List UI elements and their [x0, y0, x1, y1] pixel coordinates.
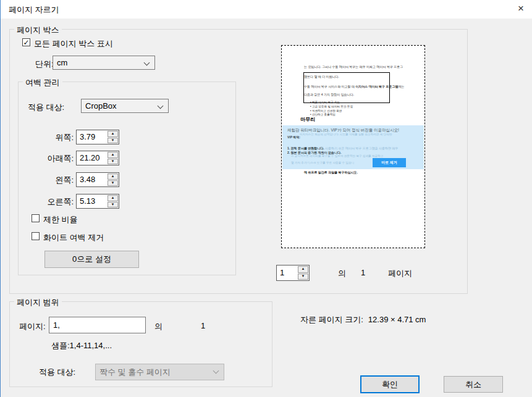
title-bar: 페이지 자르기 ×: [1, 0, 532, 19]
set-to-zero-button[interactable]: 0으로 설정: [44, 251, 139, 268]
right-margin-value[interactable]: 5.13: [77, 194, 107, 208]
left-margin-label: 왼쪽:: [19, 175, 74, 186]
preview-page-number[interactable]: 1: [277, 265, 297, 280]
right-margin-stepper[interactable]: 5.13 ▲ ▼: [76, 194, 119, 209]
spin-up-button[interactable]: ▲: [298, 266, 308, 273]
preview-bullet-item: 고급 암호화 및 데이터 보안 보장: [310, 105, 353, 108]
spin-up-button[interactable]: ▲: [108, 173, 118, 180]
check-icon: ✓: [23, 38, 29, 47]
dialog-title: 페이지 자르기: [9, 4, 59, 15]
pager-page-label: 페이지: [388, 268, 412, 279]
remove-watermark-button[interactable]: 바로 제거: [373, 158, 406, 167]
constrain-ratio-checkbox[interactable]: [32, 214, 40, 222]
spin-buttons: ▲ ▼: [107, 151, 119, 165]
preview-bullet-item: 직관적이고 간편한 화면: [310, 109, 342, 112]
spin-up-button[interactable]: ▲: [108, 131, 118, 137]
bottom-margin-stepper[interactable]: 21.20 ▲ ▼: [76, 151, 119, 165]
cancel-button[interactable]: 취소: [444, 376, 503, 393]
chevron-down-icon: [158, 103, 164, 109]
watermark-faint-text: 몇 가지 추가 디스크 도구를 무료 사용할 수 있습니: [291, 161, 354, 164]
range-apply-to-value: 짝수 및 홀수 페이지: [99, 367, 171, 378]
page-range-total: 1: [201, 321, 205, 330]
spin-down-button[interactable]: ▼: [298, 274, 308, 280]
spin-up-button[interactable]: ▲: [108, 195, 118, 201]
spin-buttons: ▲ ▼: [297, 265, 309, 280]
spin-buttons: ▲ ▼: [107, 173, 119, 186]
spin-buttons: ▲ ▼: [107, 194, 119, 208]
spin-up-button[interactable]: ▲: [108, 152, 118, 158]
page-boxes-group-label: 페이지 박스: [14, 25, 62, 36]
margin-group-label: 여백 관리: [23, 77, 62, 88]
page-range-group-label: 페이지 범위: [14, 297, 62, 308]
spin-down-button[interactable]: ▼: [108, 202, 118, 208]
preview-text-line: 에 쉬프트 일간트 파일을 복구하십시오.: [304, 170, 358, 174]
watermark-benefit-label: VIP 혜택:: [287, 135, 300, 139]
page-range-page-label: 페이지:: [19, 321, 46, 332]
constrain-ratio-label: 제한 비율: [43, 214, 78, 225]
pager-total: 1: [361, 268, 365, 277]
top-margin-value[interactable]: 3.79: [77, 130, 107, 144]
crop-pages-dialog: 페이지 자르기 × 페이지 박스 ✓ 모든 페이지 박스 표시 단위: cm 여…: [0, 0, 532, 397]
spin-down-button[interactable]: ▼: [108, 138, 118, 144]
range-apply-to-select: 짝수 및 홀수 페이지: [95, 364, 224, 380]
chevron-down-icon: [144, 60, 150, 66]
ok-button[interactable]: 확인: [360, 375, 420, 393]
pager-of-label: 의: [338, 268, 346, 279]
spin-down-button[interactable]: ▼: [108, 159, 118, 165]
cropped-page-size-value: 12.39 × 4.71 cm: [368, 315, 426, 324]
unit-select[interactable]: cm: [53, 56, 155, 70]
spin-down-button[interactable]: ▼: [108, 180, 118, 186]
bottom-margin-value[interactable]: 21.20: [77, 151, 107, 165]
bottom-margin-label: 아래쪽:: [19, 153, 74, 164]
remove-white-margins-label: 화이트 여백 제거: [43, 232, 104, 243]
show-all-boxes-checkbox[interactable]: ✓: [22, 38, 30, 46]
preview-page-stepper[interactable]: 1 ▲ ▼: [276, 265, 310, 281]
top-margin-label: 위쪽:: [19, 132, 74, 143]
unit-select-value: cm: [57, 58, 67, 67]
show-all-boxes-label: 모든 페이지 박스 표시: [34, 38, 113, 49]
watermark-item: 1. 전체 문서를 변환합니다. 사용하기 쉬운 데이터 복구 프로그램을 사용…: [287, 146, 398, 150]
close-icon[interactable]: ×: [518, 2, 524, 15]
apply-to-select-value: CropBox: [85, 101, 117, 111]
right-margin-label: 오른쪽:: [19, 196, 74, 207]
cropped-page-size: 자른 페이지 크기:12.39 × 4.71 cm: [300, 314, 426, 325]
watermark-faint-text: 스 공식적으로 데이터를 복구할 수 있으며 전문적인 복구 성과를 제공하고: [291, 154, 383, 157]
left-margin-value[interactable]: 3.48: [77, 173, 107, 186]
top-margin-stepper[interactable]: 3.79 ▲ ▼: [76, 130, 119, 144]
preview-section-heading: 마무리: [300, 116, 315, 123]
spin-buttons: ▲ ▼: [107, 130, 119, 144]
watermark-faint-text: 이지어스는 최선의 선택입니다. 시도를 삭제를 실행 취소하려면 세 단계만: [300, 133, 392, 136]
page-range-sample: 샘플:1,4-11,14,...: [51, 340, 112, 351]
page-preview: 는 것입니다. 그러나 수동 데이터 복구는 매우 비싸고 데이터 복구 프로그…: [281, 45, 425, 248]
watermark-banner: 체험판 워터마크입니다. VIP가 되어 정식 버전을 이용하십시오! 이지어스…: [282, 125, 424, 169]
crop-rectangle[interactable]: [303, 72, 390, 103]
left-margin-stepper[interactable]: 3.48 ▲ ▼: [76, 172, 119, 187]
apply-to-select[interactable]: CropBox: [81, 99, 169, 113]
apply-to-label: 적용 대상:: [28, 102, 64, 113]
page-range-input[interactable]: 1,: [49, 317, 146, 333]
page-range-of-label: 의: [154, 321, 163, 332]
unit-label: 단위:: [35, 59, 54, 70]
range-apply-to-label: 적용 대상:: [39, 367, 75, 378]
remove-white-margins-checkbox[interactable]: [32, 232, 40, 240]
chevron-down-icon: [213, 368, 219, 374]
preview-text-line: 는 것입니다. 그러나 수동 데이터 복구는 매우 비싸고 데이터 복구 프로그: [304, 65, 403, 69]
